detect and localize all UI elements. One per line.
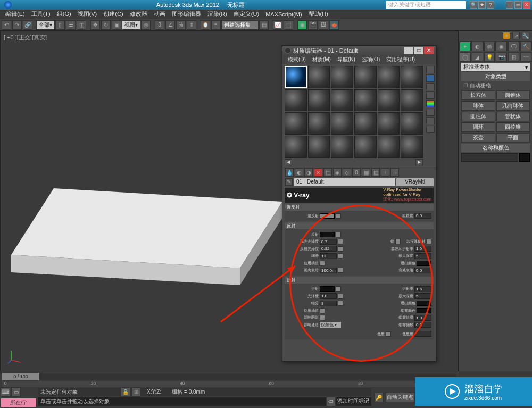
geometry-subtab[interactable]: ◯ [460,52,471,62]
mat-close-button[interactable]: ✕ [424,47,434,54]
param-spinner[interactable]: 8 [320,301,337,306]
material-editor-button[interactable]: ◉ [297,20,307,30]
param-checkbox[interactable] [426,239,431,244]
menu-graph[interactable]: 图形编辑器 [172,10,201,18]
param-checkbox[interactable] [320,315,325,320]
make-unique-button[interactable]: ◈ [333,168,342,177]
param-spinner[interactable]: 0.82 [320,246,337,252]
dispersion-checkbox[interactable] [386,331,391,337]
menu-anim[interactable]: 动画 [154,10,165,18]
render-frame-button[interactable]: 🖼 [319,20,328,30]
param-map-button[interactable] [338,239,343,244]
mat-menu-util[interactable]: 实用程序(U) [386,56,415,63]
background-button[interactable] [426,83,435,90]
layer-button[interactable]: ▤ [259,20,269,30]
menu-edit[interactable]: 编辑(E) [5,10,25,18]
box-button[interactable]: 长方体 [461,90,495,100]
material-slot[interactable] [378,112,400,135]
material-editor-window[interactable]: 材质编辑器 - 01 - Default — ▭ ✕ 模式(D) 材质(M) 导… [282,45,436,362]
param-map-button[interactable] [338,246,343,252]
menu-views[interactable]: 视图(V) [78,10,97,18]
key-mode-button[interactable]: 🔑 [374,393,384,402]
material-slot[interactable] [331,66,353,88]
dispersion-abbe-spinner[interactable] [414,331,431,337]
copy-button[interactable]: ◫ [323,168,332,177]
hierarchy-tab[interactable]: 品 [484,41,495,51]
menu-create[interactable]: 创建(C) [103,10,123,18]
selection-filter-dropdown[interactable]: 全部 ▾ [36,20,55,30]
sun-icon[interactable]: ☀ [503,32,510,39]
geometry-category-dropdown[interactable]: 标准基本体▾ [461,63,530,71]
arrow-icon[interactable]: ↗ [512,32,520,39]
slot-prev-button[interactable]: ◀ [285,159,292,165]
material-slot[interactable] [308,112,330,135]
rotate-button[interactable]: ↻ [101,20,111,30]
param-spinner[interactable]: 1.0 [320,293,337,299]
object-name-input[interactable] [461,153,518,162]
roughness-spinner[interactable]: 0.0 [414,213,431,219]
material-slot[interactable] [401,136,423,158]
param-map-button[interactable] [336,286,341,292]
minimize-button[interactable]: — [506,1,513,9]
param-spinner[interactable]: 5 [414,253,431,259]
param-map-button[interactable] [338,294,343,299]
param-spinner[interactable]: 0.0 [414,268,431,273]
assign-button[interactable]: ◑ [304,168,313,177]
select-button[interactable]: ▯ [55,20,65,30]
mat-menu-modes[interactable]: 模式(D) [288,56,306,63]
material-slot[interactable] [285,89,307,112]
cameras-subtab[interactable]: 📷 [496,52,507,62]
material-slot[interactable] [378,136,400,158]
add-time-tag-button[interactable]: 🏷 [326,397,336,406]
timeline[interactable]: 0 / 100 020406080100 [0,372,459,387]
put-to-scene-button[interactable]: ◐ [295,168,303,177]
param-color-swatch[interactable] [320,286,335,292]
wrench-icon[interactable]: 🔧 [522,32,529,39]
param-spinner[interactable]: 0.7 [320,239,337,245]
modify-tab[interactable]: ◐ [472,41,483,51]
link-button[interactable]: 🔗 [23,20,32,30]
mirror-button[interactable]: 🪞 [201,20,210,30]
object-type-rollout[interactable]: 对象类型 [461,72,530,81]
transform-type-button[interactable]: ⊞ [131,387,141,397]
param-map-button[interactable] [336,232,341,237]
menu-custom[interactable]: 自定义(U) [234,10,259,18]
shapes-subtab[interactable]: ◢ [472,52,483,62]
help-icon[interactable]: ? [487,1,494,9]
move-button[interactable]: ✥ [90,20,100,30]
redo-button[interactable]: ↷ [12,20,22,30]
utilities-tab[interactable]: 🔨 [520,41,531,51]
param-checkbox[interactable] [320,308,325,313]
pivot-button[interactable]: ◎ [141,20,151,30]
param-spinner[interactable]: 1.6 [414,286,431,292]
motion-tab[interactable]: ◉ [496,41,507,51]
material-type-button[interactable]: VRayMtl [396,178,434,186]
param-spinner[interactable]: 100.0m [320,268,337,273]
material-slot[interactable] [354,66,377,88]
tube-button[interactable]: 管状体 [496,112,530,121]
mat-maximize-button[interactable]: ▭ [414,47,423,54]
menu-help[interactable]: 帮助(H) [309,10,328,18]
autogrid-checkbox[interactable]: ☐ 自动栅格 [463,82,528,89]
restore-button[interactable]: ▭ [514,1,522,9]
space-warps-subtab[interactable]: 〰 [520,52,531,62]
param-spinner[interactable]: 0.0 [414,322,431,328]
curve-editor-button[interactable]: 📈 [273,20,282,30]
help-search-input[interactable]: 键入关键字或短语 [386,1,466,9]
material-slot[interactable] [308,136,330,158]
select-name-button[interactable]: ☰ [66,20,76,30]
param-checkbox[interactable] [320,261,325,266]
schematic-button[interactable]: ⬚ [284,20,293,30]
param-map-button[interactable] [338,301,343,306]
undo-button[interactable]: ↶ [2,20,11,30]
menu-render[interactable]: 渲染(R) [207,10,227,18]
render-setup-button[interactable]: 🎬 [308,20,318,30]
options-button[interactable] [426,109,435,116]
diffuse-rollout-header[interactable]: 漫反射 [285,204,434,211]
material-slot[interactable] [331,112,353,135]
get-material-button[interactable]: 💧 [285,168,294,177]
mat-menu-options[interactable]: 选项(O) [362,56,380,63]
param-spinner[interactable]: 5 [414,293,431,299]
material-editor-titlebar[interactable]: 材质编辑器 - 01 - Default — ▭ ✕ [282,46,436,55]
material-slot[interactable] [378,89,400,112]
